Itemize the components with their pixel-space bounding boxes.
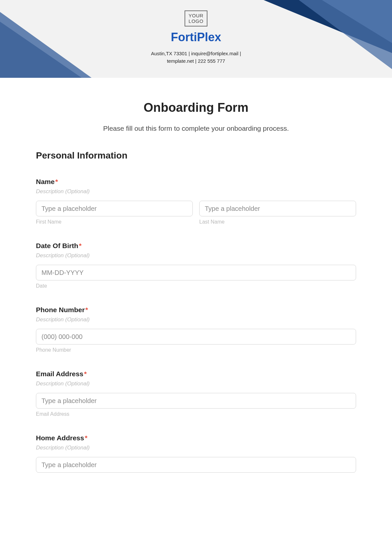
logo-placeholder: YOUR LOGO bbox=[185, 10, 207, 26]
header-banner: YOUR LOGO FortiPlex Austin,TX 73301 | in… bbox=[0, 0, 392, 78]
last-name-input[interactable] bbox=[199, 201, 356, 216]
label-dob: Date Of Birth* bbox=[36, 242, 356, 250]
desc-address: Description (Optional) bbox=[36, 445, 356, 451]
desc-dob: Description (Optional) bbox=[36, 252, 356, 259]
label-email: Email Address* bbox=[36, 370, 356, 378]
sublabel-email: Email Address bbox=[36, 411, 356, 417]
field-phone: Phone Number* Description (Optional) Pho… bbox=[36, 306, 356, 353]
sublabel-phone: Phone Number bbox=[36, 347, 356, 353]
first-name-input[interactable] bbox=[36, 201, 193, 216]
company-name: FortiPlex bbox=[0, 30, 392, 44]
form-title: Onboarding Form bbox=[36, 101, 356, 115]
field-dob: Date Of Birth* Description (Optional) Da… bbox=[36, 242, 356, 289]
label-address: Home Address* bbox=[36, 434, 356, 442]
sublabel-dob: Date bbox=[36, 283, 356, 289]
field-name: Name* Description (Optional) First Name … bbox=[36, 178, 356, 225]
form-container: Onboarding Form Please fill out this for… bbox=[0, 78, 392, 482]
dob-input[interactable] bbox=[36, 265, 356, 280]
section-personal-info: Personal Information bbox=[36, 150, 356, 161]
label-phone: Phone Number* bbox=[36, 306, 356, 314]
sublabel-first-name: First Name bbox=[36, 219, 193, 225]
sublabel-last-name: Last Name bbox=[199, 219, 356, 225]
field-email: Email Address* Description (Optional) Em… bbox=[36, 370, 356, 417]
phone-input[interactable] bbox=[36, 329, 356, 345]
desc-phone: Description (Optional) bbox=[36, 316, 356, 323]
desc-name: Description (Optional) bbox=[36, 188, 356, 195]
email-input[interactable] bbox=[36, 393, 356, 409]
field-address: Home Address* Description (Optional) bbox=[36, 434, 356, 473]
desc-email: Description (Optional) bbox=[36, 380, 356, 387]
address-input[interactable] bbox=[36, 457, 356, 473]
contact-info: Austin,TX 73301 | inquire@fortiplex.mail… bbox=[0, 50, 392, 65]
label-name: Name* bbox=[36, 178, 356, 186]
form-subtitle: Please fill out this form to complete yo… bbox=[36, 125, 356, 132]
